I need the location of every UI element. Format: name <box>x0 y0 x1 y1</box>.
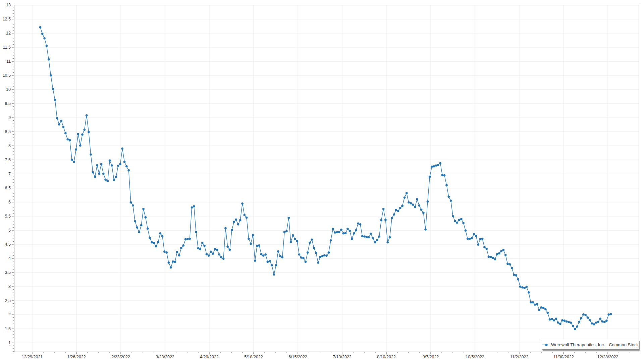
data-point-marker <box>441 174 444 176</box>
data-point-marker <box>416 198 418 200</box>
data-point-marker <box>218 253 220 256</box>
data-point-marker <box>102 173 105 175</box>
data-point-marker <box>462 222 465 224</box>
data-point-marker <box>206 253 208 255</box>
data-point-marker <box>549 318 551 321</box>
y-axis-tick-label: 8.5 <box>5 129 11 134</box>
legend[interactable]: Werewolf Therapeutics, Inc. - Common Sto… <box>542 340 639 350</box>
legend-series-label: Werewolf Therapeutics, Inc. - Common Sto… <box>551 342 639 347</box>
data-point-marker <box>147 228 149 230</box>
data-point-marker <box>176 251 178 253</box>
data-point-marker <box>528 291 530 294</box>
data-point-marker <box>412 203 414 206</box>
data-point-marker <box>336 231 338 234</box>
data-point-marker <box>248 238 250 240</box>
data-point-marker <box>530 301 532 304</box>
data-point-marker <box>115 176 117 178</box>
data-point-marker <box>189 238 191 240</box>
data-point-marker <box>58 123 60 126</box>
data-point-marker <box>323 254 326 257</box>
data-point-marker <box>224 227 227 230</box>
data-point-marker <box>210 251 212 253</box>
data-point-marker <box>610 313 612 315</box>
data-point-marker <box>161 235 164 237</box>
data-point-marker <box>523 287 526 289</box>
data-point-marker <box>94 176 96 178</box>
y-axis-tick-label: 2.5 <box>5 298 11 303</box>
data-point-marker <box>546 312 549 314</box>
stock-price-chart[interactable]: 1312.51211.51110.5109.598.587.576.565.55… <box>0 0 644 362</box>
data-point-marker <box>456 222 459 224</box>
data-point-marker <box>237 223 239 226</box>
data-point-marker <box>231 229 233 231</box>
data-point-marker <box>517 278 520 281</box>
y-axis-tick-label: 1.5 <box>5 326 11 331</box>
data-point-marker <box>361 235 364 237</box>
data-point-marker <box>307 251 309 254</box>
data-point-marker <box>450 200 452 202</box>
data-point-marker <box>593 323 595 325</box>
data-point-marker <box>574 328 576 330</box>
data-point-marker <box>422 212 425 214</box>
data-point-marker <box>452 215 454 218</box>
data-point-marker <box>544 308 547 311</box>
y-axis-tick-label: 9 <box>8 115 11 120</box>
data-point-marker <box>458 219 461 221</box>
data-point-marker <box>587 316 589 319</box>
data-point-marker <box>532 301 534 304</box>
data-point-marker <box>153 242 155 244</box>
data-point-marker <box>71 159 73 161</box>
data-point-marker <box>184 238 187 241</box>
data-point-marker <box>418 204 421 207</box>
data-point-marker <box>348 230 351 232</box>
data-point-marker <box>239 219 241 222</box>
data-point-marker <box>75 148 77 151</box>
data-point-marker <box>50 74 52 77</box>
data-point-marker <box>508 263 511 265</box>
y-axis-tick-label: 12.5 <box>3 17 11 21</box>
data-point-marker <box>84 129 86 131</box>
data-point-marker <box>481 238 484 240</box>
data-point-marker <box>393 214 395 216</box>
data-point-marker <box>401 205 404 207</box>
data-point-marker <box>121 147 124 150</box>
data-point-marker <box>469 238 471 240</box>
data-point-marker <box>372 237 374 239</box>
data-point-marker <box>542 307 545 309</box>
data-point-marker <box>439 162 441 165</box>
data-point-marker <box>180 247 182 249</box>
data-point-marker <box>338 231 340 233</box>
data-point-marker <box>406 192 408 194</box>
data-point-marker <box>136 226 138 229</box>
data-point-marker <box>368 236 370 239</box>
data-point-marker <box>235 219 237 221</box>
data-point-marker <box>317 261 319 264</box>
y-axis-tick-label: 7 <box>8 172 11 176</box>
data-point-marker <box>229 249 231 251</box>
data-point-marker <box>163 251 166 253</box>
data-point-marker <box>359 223 362 226</box>
y-axis-tick-label: 4.5 <box>5 242 11 247</box>
data-point-marker <box>490 256 492 258</box>
data-point-marker <box>599 318 601 320</box>
x-axis-tick-label: 1/26/2022 <box>67 355 86 359</box>
data-point-marker <box>305 261 307 263</box>
data-point-marker <box>138 231 141 234</box>
x-axis-tick-label: 12/29/2021 <box>22 355 43 359</box>
data-point-marker <box>43 37 46 40</box>
x-axis-tick-label: 9/7/2022 <box>423 355 439 359</box>
data-point-marker <box>566 320 568 323</box>
data-point-marker <box>66 138 69 140</box>
plot-background <box>0 0 644 362</box>
x-axis-tick-label: 5/18/2022 <box>244 355 263 359</box>
data-point-marker <box>172 260 174 263</box>
y-axis-tick-label: 10.5 <box>3 73 11 78</box>
data-point-marker <box>281 256 284 258</box>
data-point-marker <box>191 206 193 209</box>
data-point-marker <box>264 253 267 256</box>
data-point-marker <box>494 258 496 260</box>
data-point-marker <box>214 248 216 250</box>
data-point-marker <box>408 201 410 204</box>
data-point-marker <box>477 244 479 246</box>
data-point-marker <box>431 166 433 168</box>
